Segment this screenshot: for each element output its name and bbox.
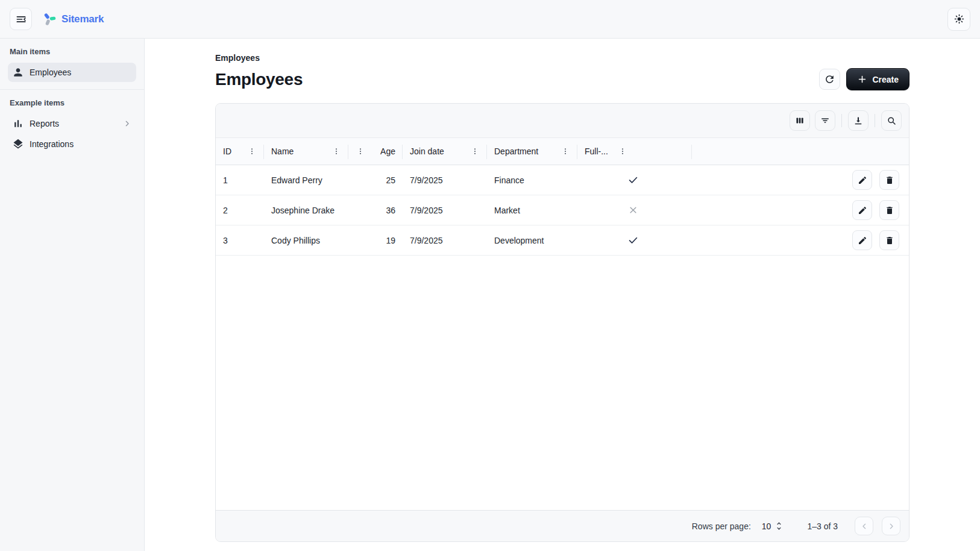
cell-id: 3	[216, 225, 264, 255]
columns-button[interactable]	[790, 110, 810, 131]
column-menu-icon[interactable]	[331, 146, 341, 156]
chevron-right-icon	[122, 119, 132, 128]
rows-per-page-label: Rows per page:	[692, 521, 751, 531]
edit-row-button[interactable]	[852, 230, 872, 250]
delete-row-button[interactable]	[879, 170, 899, 190]
cell-department: Market	[487, 195, 577, 225]
edit-row-button[interactable]	[852, 170, 872, 190]
delete-row-button[interactable]	[879, 230, 899, 250]
column-header-spacer	[692, 138, 818, 165]
employees-data-grid: IDNameAgeJoin dateDepartmentFull-... 1Ed…	[215, 103, 909, 542]
sidebar-item-integrations[interactable]: Integrations	[8, 134, 136, 154]
grid-footer: Rows per page: 10 1–3 of 3	[216, 510, 909, 541]
search-button[interactable]	[881, 110, 902, 131]
unfold-more-icon	[774, 521, 784, 531]
delete-icon	[885, 175, 894, 185]
delete-row-button[interactable]	[879, 200, 899, 220]
page-title: Employees	[215, 70, 303, 89]
person-icon	[12, 66, 24, 78]
cell-spacer	[692, 195, 818, 225]
cell-join_date: 7/9/2025	[403, 195, 487, 225]
column-menu-icon[interactable]	[356, 146, 365, 156]
layers-icon	[12, 138, 24, 150]
main-content: Employees Employees Create	[145, 39, 980, 551]
column-header-age[interactable]: Age	[348, 138, 403, 165]
check-icon	[627, 235, 639, 246]
row-actions	[818, 225, 909, 255]
column-header-label: ID	[223, 146, 231, 156]
brand-logo: Sitemark	[42, 11, 104, 27]
column-header-label: Join date	[410, 146, 444, 156]
close-icon	[627, 204, 639, 216]
grid-header-row: IDNameAgeJoin dateDepartmentFull-...	[216, 137, 909, 165]
bar-chart-icon	[12, 118, 24, 130]
chevron-right-icon	[887, 521, 896, 531]
grid-toolbar	[216, 104, 909, 137]
edit-row-button[interactable]	[852, 200, 872, 220]
table-row: 2Josephine Drake367/9/2025Market	[216, 195, 909, 225]
sidebar-item-employees[interactable]: Employees	[8, 63, 136, 82]
collapse-sidebar-button[interactable]	[10, 8, 32, 30]
rows-per-page-select[interactable]: 10	[762, 521, 785, 531]
cell-join_date: 7/9/2025	[403, 225, 487, 255]
sidebar-divider	[0, 89, 144, 90]
sidebar-item-label: Employees	[30, 68, 71, 77]
column-header-full_time[interactable]: Full-...	[577, 138, 692, 165]
refresh-icon	[824, 74, 835, 85]
table-row: 1Edward Perry257/9/2025Finance	[216, 165, 909, 195]
column-header-join_date[interactable]: Join date	[403, 138, 487, 165]
theme-toggle-button[interactable]	[947, 8, 970, 31]
row-actions	[818, 165, 909, 195]
pagination-range-label: 1–3 of 3	[807, 521, 838, 531]
sidebar-section: Example itemsReportsIntegrations	[0, 98, 144, 154]
next-page-button[interactable]	[882, 517, 900, 535]
cell-id: 2	[216, 195, 264, 225]
delete-icon	[885, 236, 894, 245]
download-icon	[853, 115, 864, 126]
cell-age: 19	[348, 225, 403, 255]
cell-age: 25	[348, 165, 403, 195]
sidebar-item-label: Reports	[30, 119, 59, 128]
edit-icon	[858, 206, 867, 215]
cell-name: Josephine Drake	[264, 195, 348, 225]
column-header-label: Department	[494, 146, 538, 156]
sidebar-item-label: Integrations	[30, 139, 74, 149]
grid-empty-area	[216, 256, 909, 510]
breadcrumb: Employees	[215, 53, 909, 63]
cell-full-time	[577, 225, 692, 255]
row-actions	[818, 195, 909, 225]
sidebar-section: Main itemsEmployees	[0, 47, 144, 82]
delete-icon	[885, 206, 894, 215]
previous-page-button[interactable]	[855, 517, 873, 535]
column-menu-icon[interactable]	[470, 146, 480, 156]
toolbar-divider	[841, 114, 842, 127]
brand-name: Sitemark	[61, 13, 104, 25]
grid-body: 1Edward Perry257/9/2025Finance2Josephine…	[216, 165, 909, 256]
column-menu-icon[interactable]	[247, 146, 257, 156]
cell-name: Edward Perry	[264, 165, 348, 195]
cell-full-time	[577, 165, 692, 195]
column-header-name[interactable]: Name	[264, 138, 348, 165]
menu-collapse-icon	[15, 13, 27, 25]
export-button[interactable]	[848, 110, 868, 131]
cell-spacer	[692, 225, 818, 255]
plus-icon	[857, 74, 867, 84]
column-menu-icon[interactable]	[618, 146, 627, 156]
create-button[interactable]: Create	[846, 68, 909, 90]
filter-button[interactable]	[815, 110, 835, 131]
top-app-bar: Sitemark	[0, 0, 980, 39]
cell-name: Cody Phillips	[264, 225, 348, 255]
reload-button[interactable]	[819, 69, 840, 90]
column-header-department[interactable]: Department	[487, 138, 577, 165]
sidebar: Main itemsEmployeesExample itemsReportsI…	[0, 39, 145, 551]
check-icon	[627, 174, 639, 186]
sidebar-section-label: Example items	[0, 98, 144, 107]
column-header-id[interactable]: ID	[216, 138, 264, 165]
cell-department: Development	[487, 225, 577, 255]
create-button-label: Create	[872, 75, 899, 84]
cell-id: 1	[216, 165, 264, 195]
sidebar-item-reports[interactable]: Reports	[8, 114, 136, 133]
cell-department: Finance	[487, 165, 577, 195]
column-header-label: Age	[380, 146, 395, 156]
column-menu-icon[interactable]	[561, 146, 570, 156]
